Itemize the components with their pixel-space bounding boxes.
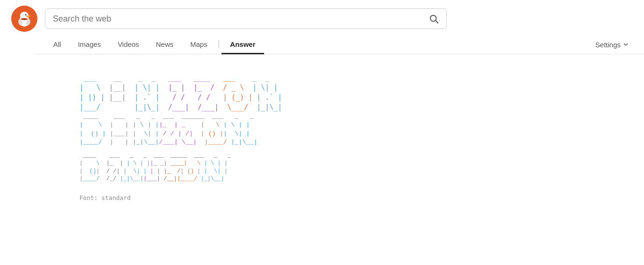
- nav-right: Settings: [592, 36, 633, 53]
- main-content: ___ __ _ _ ___ ____ ___ _ _ | \ |__| | \…: [0, 54, 644, 221]
- chevron-down-icon: [623, 41, 629, 48]
- tab-all[interactable]: All: [45, 36, 70, 54]
- settings-button[interactable]: Settings: [592, 36, 633, 53]
- figlet-art: ___ __ _ _ ___ ____ ___ _ _ | \ |__| | \…: [79, 73, 633, 112]
- figlet-main-art: ____ ___ _ _ ___ _____ ___ _ _ | \ |_ | …: [79, 152, 633, 183]
- tab-news[interactable]: News: [147, 36, 182, 54]
- tab-maps[interactable]: Maps: [182, 36, 216, 54]
- settings-label: Settings: [595, 41, 621, 49]
- search-icon: [429, 14, 439, 24]
- search-button[interactable]: [429, 14, 439, 24]
- nav-bar: All Images Videos News Maps | Answer Set…: [34, 36, 644, 54]
- search-bar[interactable]: figlet DENIZON: [45, 8, 447, 29]
- svg-point-3: [26, 14, 26, 15]
- logo[interactable]: [11, 6, 37, 32]
- tab-images[interactable]: Images: [70, 36, 109, 54]
- svg-line-12: [436, 21, 438, 23]
- nav-tabs: All Images Videos News Maps | Answer: [45, 36, 592, 54]
- tab-answer[interactable]: Answer: [222, 36, 264, 54]
- figlet-display: ____ ___ _ _ ___ ______ ___ _ _ | \ | | …: [79, 112, 633, 147]
- svg-point-2: [25, 14, 27, 15]
- header: figlet DENIZON: [0, 0, 644, 36]
- nav-divider: |: [216, 39, 222, 49]
- font-label: Font: standard: [79, 194, 633, 201]
- tab-videos[interactable]: Videos: [109, 36, 148, 54]
- search-input[interactable]: figlet DENIZON: [53, 14, 429, 24]
